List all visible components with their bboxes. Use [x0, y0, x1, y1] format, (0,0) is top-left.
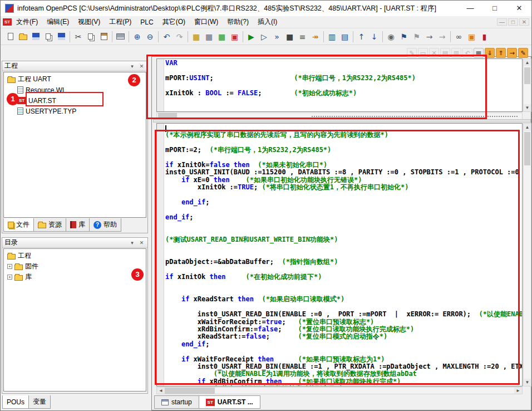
close-icon[interactable]: ✕: [138, 63, 145, 69]
editor-tab-uart-st[interactable]: STUART.ST ...: [199, 395, 260, 409]
code-horizontal-scrollbar[interactable]: ◄ ►: [156, 387, 523, 394]
menu-item-project[interactable]: 工程(P): [105, 16, 136, 28]
save-button[interactable]: [29, 30, 42, 43]
mdi-restore-button[interactable]: □: [508, 18, 518, 26]
copy-button[interactable]: [85, 30, 97, 43]
save-all-button[interactable]: [55, 30, 68, 43]
catalog-tree-item-library[interactable]: +库: [4, 272, 146, 282]
step-into-button[interactable]: »: [270, 30, 283, 43]
library-manager-button[interactable]: ▮: [478, 30, 491, 43]
cancel-build-button[interactable]: ▣: [228, 30, 241, 43]
project-tree-item-resource-wl[interactable]: Resource.WL: [4, 85, 146, 95]
goto-definition-button[interactable]: →: [423, 30, 436, 43]
expander-icon[interactable]: +: [7, 264, 12, 269]
menu-item-file[interactable]: 文件(F): [12, 16, 42, 28]
close-icon[interactable]: ✕: [138, 240, 145, 246]
download-button[interactable]: ⇓: [485, 48, 495, 58]
print-button[interactable]: [114, 30, 127, 43]
scrollbar-thumb[interactable]: [158, 113, 177, 119]
project-panel-tab-library[interactable]: 库: [66, 218, 90, 232]
minimize-button[interactable]: —: [458, 1, 482, 16]
declaration-vertical-scrollbar[interactable]: ▲ ▼: [523, 58, 531, 112]
undo-button[interactable]: ↶: [160, 30, 173, 43]
scroll-down-icon[interactable]: ▼: [524, 104, 531, 111]
online-settings-button[interactable]: ▣: [465, 30, 478, 43]
scrollbar-thumb[interactable]: [524, 132, 530, 165]
build-all-button[interactable]: ▦: [215, 30, 228, 43]
write-values-button[interactable]: ✎: [518, 48, 528, 58]
compile-button[interactable]: ▦: [203, 30, 215, 43]
editor-tab-startup[interactable]: startup: [154, 395, 199, 409]
scroll-down-icon[interactable]: ▼: [524, 379, 531, 386]
catalog-tree-item-project[interactable]: 工程: [4, 251, 146, 261]
title-bar: infoteam OpenPCS [C:\Users\Administrator…: [1, 1, 531, 16]
open-button[interactable]: [17, 30, 29, 43]
stop-program-button[interactable]: ■: [283, 30, 296, 43]
maximize-button[interactable]: □: [482, 1, 507, 16]
scrollbar-track[interactable]: [215, 388, 514, 394]
project-tree-item-usertype-typ[interactable]: USERTYPE.TYP: [4, 106, 146, 116]
scrollbar-thumb[interactable]: [524, 67, 530, 84]
editor-splitter[interactable]: [153, 119, 531, 123]
project-tree-item-uart-st[interactable]: STUART.ST: [4, 95, 146, 106]
menu-item-plc[interactable]: PLC: [136, 17, 157, 27]
go-online-button[interactable]: ↠: [309, 30, 322, 43]
copy-document-button[interactable]: [42, 30, 55, 43]
code-line: if xReadStart then (*如果启动串口读取模式*): [165, 296, 523, 303]
dbg-delete-icon: ✕: [431, 50, 436, 57]
bookmark-button[interactable]: ⚑: [397, 30, 410, 43]
declaration-pane[interactable]: VAR mPORT:USINT; (*串行端口号，1为RS232,2为RS485…: [156, 58, 523, 112]
zoom-out-button[interactable]: ⊖: [144, 30, 156, 43]
start-program-button[interactable]: ▶: [245, 30, 258, 43]
project-panel-tab-help[interactable]: ?帮助: [89, 218, 121, 232]
menu-item-window[interactable]: 窗口(W): [190, 16, 223, 28]
catalog-panel-tab-pous[interactable]: POUs: [2, 395, 29, 409]
scrollbar-thumb[interactable]: [165, 388, 215, 394]
menu-item-misc[interactable]: 其它(O): [158, 16, 190, 28]
scroll-up-icon[interactable]: ▲: [524, 59, 531, 66]
toolbar-separator: [450, 31, 451, 42]
redo-button[interactable]: ↷: [173, 30, 186, 43]
close-button[interactable]: ✕: [507, 1, 531, 16]
project-tree-item-project-uart[interactable]: 工程 UART: [4, 74, 146, 85]
mdi-minimize-button[interactable]: —: [497, 18, 507, 26]
next-bookmark-button[interactable]: ⚑: [410, 30, 423, 43]
catalog-tree: 工程+固件+库: [3, 248, 146, 392]
catalog-panel-tab-variables[interactable]: 变量: [28, 395, 51, 409]
syntax-check-button[interactable]: ▦: [190, 30, 203, 43]
expander-icon[interactable]: +: [7, 275, 12, 280]
menu-item-view[interactable]: 视图(V): [73, 16, 105, 28]
project-panel-tab-files[interactable]: 文件: [3, 218, 34, 232]
cascade-windows-button[interactable]: ▤: [338, 30, 351, 43]
move-up-button[interactable]: ↑: [355, 30, 368, 43]
scroll-left-icon[interactable]: ◄: [157, 388, 165, 394]
step-over-button[interactable]: ▷: [258, 30, 270, 43]
pin-icon[interactable]: ▾: [129, 240, 136, 246]
scroll-right-icon[interactable]: ►: [514, 388, 522, 394]
dbg-monitor-button[interactable]: ▦: [474, 48, 484, 58]
move-down-button[interactable]: ↓: [368, 30, 381, 43]
statement-list-button[interactable]: ≡: [296, 30, 309, 43]
scroll-up-icon[interactable]: ▲: [524, 124, 531, 131]
watch-variables-button[interactable]: ∞: [452, 30, 465, 43]
menu-item-edit[interactable]: 编辑(E): [42, 16, 73, 28]
zoom-in-button[interactable]: ⊕: [131, 30, 144, 43]
code-vertical-scrollbar[interactable]: ▲ ▼: [523, 123, 531, 386]
project-panel-tab-resources[interactable]: 资源: [33, 218, 66, 232]
find-usage-button[interactable]: →: [436, 30, 449, 43]
catalog-tree-item-firmware[interactable]: +固件: [4, 261, 146, 272]
tile-windows-button[interactable]: ▥: [326, 30, 338, 43]
upload-button[interactable]: ⇑: [496, 48, 506, 58]
menu-item-help[interactable]: 帮助(?): [223, 16, 253, 28]
new-file-button[interactable]: [4, 30, 17, 43]
force-values-button[interactable]: →: [507, 48, 517, 58]
project-tree-item-label: UART.ST: [28, 97, 56, 105]
code-pane[interactable]: (*本示例程序实现了串口数据的先读后写，且写的内容为先前读到的数据*) mPOR…: [156, 123, 523, 386]
paste-button[interactable]: [97, 30, 110, 43]
mdi-close-button[interactable]: ✕: [519, 18, 529, 26]
write-values-icon: ✎: [520, 50, 525, 57]
pin-icon[interactable]: ▾: [129, 63, 136, 69]
cut-button[interactable]: ✂: [72, 30, 85, 43]
toggle-breakpoint-button[interactable]: ◉: [385, 30, 397, 43]
menu-item-insert[interactable]: 插入(I): [253, 16, 282, 28]
